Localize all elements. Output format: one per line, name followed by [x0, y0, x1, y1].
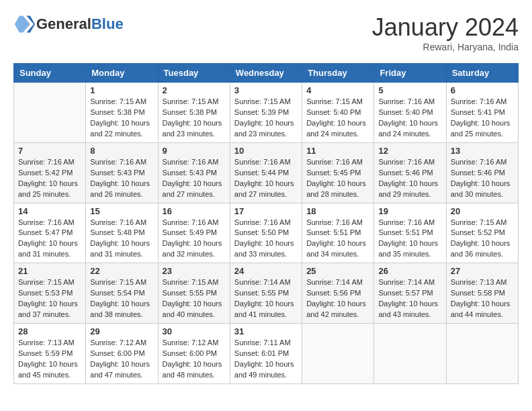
day-number: 27	[451, 266, 514, 276]
calendar-cell: 10Sunrise: 7:16 AMSunset: 5:44 PMDayligh…	[230, 142, 302, 203]
day-number: 25	[306, 266, 369, 276]
day-number: 3	[234, 85, 298, 95]
calendar-cell: 22Sunrise: 7:15 AMSunset: 5:54 PMDayligh…	[86, 263, 158, 324]
day-info: Sunrise: 7:13 AMSunset: 5:58 PMDaylight:…	[451, 277, 514, 320]
calendar-cell: 16Sunrise: 7:16 AMSunset: 5:49 PMDayligh…	[158, 203, 230, 263]
calendar-cell: 12Sunrise: 7:16 AMSunset: 5:46 PMDayligh…	[374, 142, 446, 203]
day-info: Sunrise: 7:16 AMSunset: 5:44 PMDaylight:…	[234, 157, 298, 200]
day-info: Sunrise: 7:15 AMSunset: 5:55 PMDaylight:…	[163, 277, 226, 320]
calendar-cell: 19Sunrise: 7:16 AMSunset: 5:51 PMDayligh…	[374, 203, 446, 263]
calendar-cell: 15Sunrise: 7:16 AMSunset: 5:48 PMDayligh…	[86, 203, 158, 263]
page-header: GeneralBlue January 2024 Rewari, Haryana…	[13, 13, 519, 52]
calendar-cell: 9Sunrise: 7:16 AMSunset: 5:43 PMDaylight…	[158, 142, 230, 203]
calendar-cell: 21Sunrise: 7:15 AMSunset: 5:53 PMDayligh…	[14, 263, 86, 324]
day-info: Sunrise: 7:16 AMSunset: 5:43 PMDaylight:…	[163, 157, 226, 200]
day-info: Sunrise: 7:16 AMSunset: 5:51 PMDaylight:…	[306, 218, 369, 261]
day-number: 19	[378, 206, 441, 216]
calendar-cell: 7Sunrise: 7:16 AMSunset: 5:42 PMDaylight…	[14, 142, 86, 203]
day-info: Sunrise: 7:11 AMSunset: 6:01 PMDaylight:…	[234, 338, 298, 381]
day-number: 6	[451, 85, 514, 95]
day-info: Sunrise: 7:16 AMSunset: 5:51 PMDaylight:…	[378, 218, 441, 261]
calendar-table: SundayMondayTuesdayWednesdayThursdayFrid…	[13, 63, 519, 384]
day-info: Sunrise: 7:15 AMSunset: 5:39 PMDaylight:…	[234, 97, 298, 140]
day-number: 26	[378, 266, 441, 276]
weekday-header-wednesday: Wednesday	[230, 64, 302, 83]
calendar-cell	[302, 324, 374, 384]
day-number: 8	[90, 146, 153, 156]
day-number: 31	[234, 326, 298, 336]
day-number: 17	[234, 206, 298, 216]
week-row-4: 21Sunrise: 7:15 AMSunset: 5:53 PMDayligh…	[14, 263, 519, 324]
calendar-cell: 8Sunrise: 7:16 AMSunset: 5:43 PMDaylight…	[86, 142, 158, 203]
day-info: Sunrise: 7:16 AMSunset: 5:46 PMDaylight:…	[451, 157, 514, 200]
day-number: 2	[163, 85, 226, 95]
month-title: January 2024	[372, 13, 519, 42]
calendar-cell: 5Sunrise: 7:16 AMSunset: 5:40 PMDaylight…	[374, 83, 446, 143]
day-info: Sunrise: 7:14 AMSunset: 5:55 PMDaylight:…	[234, 277, 298, 320]
calendar-cell: 28Sunrise: 7:13 AMSunset: 5:59 PMDayligh…	[14, 324, 86, 384]
day-number: 10	[234, 146, 298, 156]
day-info: Sunrise: 7:14 AMSunset: 5:57 PMDaylight:…	[378, 277, 441, 320]
day-number: 9	[163, 146, 226, 156]
calendar-cell: 23Sunrise: 7:15 AMSunset: 5:55 PMDayligh…	[158, 263, 230, 324]
day-info: Sunrise: 7:16 AMSunset: 5:50 PMDaylight:…	[234, 218, 298, 261]
day-info: Sunrise: 7:15 AMSunset: 5:52 PMDaylight:…	[451, 218, 514, 261]
weekday-header-row: SundayMondayTuesdayWednesdayThursdayFrid…	[14, 64, 519, 83]
week-row-1: 1Sunrise: 7:15 AMSunset: 5:38 PMDaylight…	[14, 83, 519, 143]
location-subtitle: Rewari, Haryana, India	[372, 42, 519, 52]
day-number: 20	[451, 206, 514, 216]
day-number: 12	[378, 146, 441, 156]
day-info: Sunrise: 7:15 AMSunset: 5:53 PMDaylight:…	[18, 277, 81, 320]
calendar-cell	[446, 324, 518, 384]
calendar-cell: 25Sunrise: 7:14 AMSunset: 5:56 PMDayligh…	[302, 263, 374, 324]
week-row-5: 28Sunrise: 7:13 AMSunset: 5:59 PMDayligh…	[14, 324, 519, 384]
weekday-header-tuesday: Tuesday	[158, 64, 230, 83]
day-info: Sunrise: 7:16 AMSunset: 5:49 PMDaylight:…	[163, 218, 226, 261]
day-number: 24	[234, 266, 298, 276]
day-info: Sunrise: 7:16 AMSunset: 5:48 PMDaylight:…	[90, 218, 153, 261]
day-number: 29	[90, 326, 153, 336]
logo-general-text: General	[36, 15, 91, 33]
calendar-cell: 1Sunrise: 7:15 AMSunset: 5:38 PMDaylight…	[86, 83, 158, 143]
calendar-cell: 6Sunrise: 7:16 AMSunset: 5:41 PMDaylight…	[446, 83, 518, 143]
day-number: 4	[306, 85, 369, 95]
calendar-cell: 18Sunrise: 7:16 AMSunset: 5:51 PMDayligh…	[302, 203, 374, 263]
day-number: 18	[306, 206, 369, 216]
weekday-header-sunday: Sunday	[14, 64, 86, 83]
day-info: Sunrise: 7:15 AMSunset: 5:38 PMDaylight:…	[163, 97, 226, 140]
calendar-cell: 2Sunrise: 7:15 AMSunset: 5:38 PMDaylight…	[158, 83, 230, 143]
calendar-cell	[14, 83, 86, 143]
logo: GeneralBlue	[13, 13, 124, 35]
calendar-cell	[374, 324, 446, 384]
day-info: Sunrise: 7:14 AMSunset: 5:56 PMDaylight:…	[306, 277, 369, 320]
day-number: 11	[306, 146, 369, 156]
calendar-cell: 4Sunrise: 7:15 AMSunset: 5:40 PMDaylight…	[302, 83, 374, 143]
day-info: Sunrise: 7:15 AMSunset: 5:40 PMDaylight:…	[306, 97, 369, 140]
week-row-3: 14Sunrise: 7:16 AMSunset: 5:47 PMDayligh…	[14, 203, 519, 263]
day-number: 23	[163, 266, 226, 276]
calendar-cell: 24Sunrise: 7:14 AMSunset: 5:55 PMDayligh…	[230, 263, 302, 324]
calendar-cell: 29Sunrise: 7:12 AMSunset: 6:00 PMDayligh…	[86, 324, 158, 384]
day-number: 14	[18, 206, 81, 216]
calendar-cell: 3Sunrise: 7:15 AMSunset: 5:39 PMDaylight…	[230, 83, 302, 143]
day-number: 5	[378, 85, 441, 95]
day-number: 15	[90, 206, 153, 216]
calendar-cell: 13Sunrise: 7:16 AMSunset: 5:46 PMDayligh…	[446, 142, 518, 203]
weekday-header-saturday: Saturday	[446, 64, 518, 83]
day-info: Sunrise: 7:16 AMSunset: 5:40 PMDaylight:…	[378, 97, 441, 140]
day-info: Sunrise: 7:15 AMSunset: 5:38 PMDaylight:…	[90, 97, 153, 140]
calendar-cell: 20Sunrise: 7:15 AMSunset: 5:52 PMDayligh…	[446, 203, 518, 263]
weekday-header-monday: Monday	[86, 64, 158, 83]
day-info: Sunrise: 7:15 AMSunset: 5:54 PMDaylight:…	[90, 277, 153, 320]
calendar-cell: 14Sunrise: 7:16 AMSunset: 5:47 PMDayligh…	[14, 203, 86, 263]
calendar-cell: 30Sunrise: 7:12 AMSunset: 6:00 PMDayligh…	[158, 324, 230, 384]
day-info: Sunrise: 7:12 AMSunset: 6:00 PMDaylight:…	[90, 338, 153, 381]
day-number: 7	[18, 146, 81, 156]
title-block: January 2024 Rewari, Haryana, India	[372, 13, 519, 52]
day-number: 16	[163, 206, 226, 216]
logo-icon	[13, 13, 35, 35]
logo-blue-text: Blue	[91, 15, 124, 33]
day-info: Sunrise: 7:16 AMSunset: 5:41 PMDaylight:…	[451, 97, 514, 140]
weekday-header-friday: Friday	[374, 64, 446, 83]
calendar-cell: 11Sunrise: 7:16 AMSunset: 5:45 PMDayligh…	[302, 142, 374, 203]
